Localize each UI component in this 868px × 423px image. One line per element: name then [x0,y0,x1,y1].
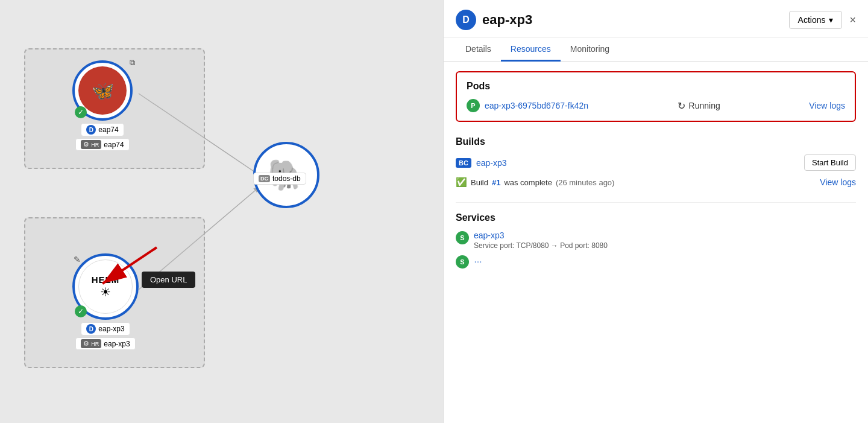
dragonfly-hr-label-text: eap74 [104,141,124,149]
dragonfly-check-badge: ✓ [75,106,87,118]
bc-badge: BC [456,158,471,168]
helm-check-badge: ✓ [75,305,87,317]
bc-name-group: BC eap-xp3 [456,158,506,168]
topology-container: 🦋 ✓ ⧉ D eap74 ⚙ HR eap74 [24,48,410,386]
helm-text: HELM [92,275,120,285]
dragonfly-label-text: eap74 [98,126,118,134]
tabs: Details Resources Monitoring [444,38,868,62]
build-status-prefix: Build [471,178,488,187]
service-info-2: … [474,255,482,264]
build-time: (26 minutes ago) [556,178,615,187]
services-title: Services [456,212,856,223]
actions-button[interactable]: Actions ▾ [789,11,843,29]
dragonfly-label: D eap74 [81,123,124,136]
actions-label: Actions [798,15,826,25]
service-row-1: S eap-xp3 Service port: TCP/8080 → Pod p… [456,231,856,250]
app-name: eap-xp3 [482,12,532,28]
services-section: Services S eap-xp3 Service port: TCP/808… [456,212,856,269]
dc-badge: DC [259,175,270,182]
helm-hr-prefix: HR [91,341,99,347]
actions-chevron-icon: ▾ [829,15,833,25]
helm-label-text: eap-xp3 [98,325,124,333]
build-number[interactable]: #1 [492,178,500,187]
service-info-1: eap-xp3 Service port: TCP/8080 → Pod por… [474,231,608,250]
open-url-tooltip: Open URL [142,272,195,288]
topology-panel: 🦋 ✓ ⧉ D eap74 ⚙ HR eap74 [0,0,443,423]
pods-view-logs-link[interactable]: View logs [809,101,845,110]
todos-db-label-text: todos-db [272,174,301,183]
helm-label: D eap-xp3 [81,322,130,336]
helm-hr-badge: ⚙ HR [81,339,101,348]
close-button[interactable]: × [849,14,856,27]
tab-details[interactable]: Details [456,38,501,62]
helm-edit-icon[interactable]: ✎ [74,255,81,264]
pod-row: P eap-xp3-6975bd6767-fk42n ↻ Running Vie… [467,99,845,112]
build-status-row: ✅ Build #1 was complete (26 minutes ago)… [456,177,856,188]
start-build-button[interactable]: Start Build [804,154,856,171]
build-status-text: ✅ Build #1 was complete (26 minutes ago) [456,177,614,188]
service-s-badge-2: S [456,255,469,269]
service-port-text-1: Service port: TCP/8080 → Pod port: 8080 [474,241,608,250]
pod-p-icon: P [467,99,480,112]
build-bc-row: BC eap-xp3 Start Build [456,154,856,171]
service-name-link-1[interactable]: eap-xp3 [474,231,608,240]
divider [456,202,856,203]
right-header-left: D eap-xp3 [456,10,532,30]
build-status-suffix: was complete [504,178,552,187]
helm-hr-icon: ⚙ [83,340,89,348]
dragonfly-hr-badge: ⚙ HR [81,140,101,149]
dragonfly-hr-prefix: HR [91,142,99,148]
tab-monitoring[interactable]: Monitoring [561,38,619,62]
header-right: Actions ▾ × [789,11,856,29]
node-helm[interactable]: HELM ☀ ✓ ✎ D eap-xp3 ⚙ HR eap-xp3 [72,253,139,350]
dragonfly-ext-link-icon[interactable]: ⧉ [130,58,135,68]
todos-db-label: DC todos-db [253,173,306,185]
pod-name-group: P eap-xp3-6975bd6767-fk42n [467,99,588,112]
builds-section: Builds BC eap-xp3 Start Build ✅ Build #1… [456,136,856,188]
builds-title: Builds [456,136,856,147]
helm-hr-label: ⚙ HR eap-xp3 [75,337,135,350]
running-text: Running [689,101,720,110]
open-url-text: Open URL [150,275,187,284]
app-icon: D [456,10,476,30]
pod-status: ↻ Running [678,100,720,112]
bc-name-link[interactable]: eap-xp3 [476,158,507,168]
service-row-2: S … [456,255,856,269]
right-header: D eap-xp3 Actions ▾ × [444,0,868,38]
helm-sun-icon: ☀ [100,285,111,299]
build-check-icon: ✅ [456,177,467,188]
dragonfly-hr-icon: ⚙ [83,141,89,148]
service-s-badge-1: S [456,231,469,244]
pods-title: Pods [467,81,845,92]
node-dragonfly[interactable]: 🦋 ✓ ⧉ D eap74 ⚙ HR eap74 [72,60,133,151]
pod-name-link[interactable]: eap-xp3-6975bd6767-fk42n [485,101,588,110]
service-name-link-2[interactable]: … [474,255,482,264]
dragonfly-icon: 🦋 [92,80,114,101]
right-panel: D eap-xp3 Actions ▾ × Details Resources … [443,0,868,423]
right-content: Pods P eap-xp3-6975bd6767-fk42n ↻ Runnin… [444,62,868,293]
helm-d-badge: D [86,324,96,334]
helm-hr-label-text: eap-xp3 [104,340,130,348]
builds-view-logs-link[interactable]: View logs [820,177,856,187]
tab-resources[interactable]: Resources [501,38,561,62]
dragonfly-hr-label: ⚙ HR eap74 [75,138,129,151]
dragonfly-d-badge: D [86,125,96,135]
running-icon: ↻ [678,100,685,112]
pods-section: Pods P eap-xp3-6975bd6767-fk42n ↻ Runnin… [456,71,856,122]
